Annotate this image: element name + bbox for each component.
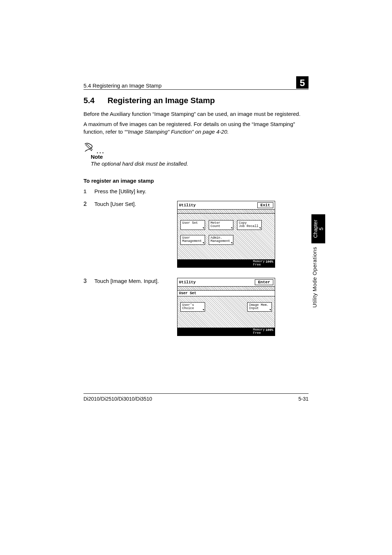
exit-button[interactable]: Exit — [257, 202, 273, 208]
screen1-footer: Memory Free 100% — [177, 259, 275, 267]
step-2: 2 Touch [User Set]. — [83, 201, 171, 207]
step-2-number: 2 — [83, 201, 88, 207]
section-title: Registering an Image Stamp — [107, 96, 215, 105]
intro-paragraph-1: Before the Auxiliary function “Image Sta… — [83, 110, 309, 118]
user-set-button[interactable]: User Set — [180, 220, 205, 230]
step-1-text: Press the [Utility] key. — [94, 188, 309, 194]
utility-screen-1: Utility Exit User Set Meter Count Copy J… — [177, 201, 275, 268]
meter-count-button[interactable]: Meter Count — [209, 220, 233, 230]
memory-free-label: Memory Free — [253, 260, 265, 267]
screen2-breadcrumb: User Set — [177, 291, 275, 296]
section-heading: 5.4 Registering an Image Stamp — [83, 96, 309, 105]
meter-count-label-2: Count — [211, 224, 220, 228]
footer-page-number: 5-31 — [298, 396, 309, 402]
chapter-number-badge: 5 — [296, 76, 309, 89]
note-block: … — [83, 142, 309, 152]
step-3-text: Touch [Image Mem. Input]. — [94, 278, 171, 284]
intro-paragraph-2: A maximum of five images can be register… — [83, 121, 309, 135]
screen1-divider — [177, 210, 275, 214]
admin-management-button[interactable]: Admin. Management — [209, 235, 233, 245]
memory-free-percent-2: 100% — [265, 328, 273, 335]
step-3: 3 Touch [Image Mem. Input]. — [83, 278, 171, 284]
side-section-label: Utility Mode Operations — [311, 243, 318, 316]
step-1: 1 Press the [Utility] key. — [83, 188, 309, 194]
memory-label-2: Free — [253, 263, 261, 267]
step-2-text: Touch [User Set]. — [94, 201, 171, 207]
note-label: Note — [91, 154, 309, 160]
side-tab: Chapter 5 Utility Mode Operations — [311, 214, 321, 323]
memory-free-label-2: Memory Free — [253, 328, 265, 335]
note-icon — [83, 142, 94, 152]
screen2-footer: Memory Free 100% — [177, 328, 275, 336]
note-ellipsis: … — [96, 149, 105, 152]
footer-model: Di2010/Di2510/Di3010/Di3510 — [83, 396, 152, 402]
memory-free-percent: 100% — [265, 260, 273, 267]
step-1-number: 1 — [83, 188, 88, 194]
image-mem-input-label-2: Input — [249, 307, 259, 310]
procedure-heading: To register an image stamp — [83, 178, 309, 184]
running-head: 5.4 Registering an Image Stamp — [83, 82, 162, 89]
user-management-label-2: Management — [182, 239, 202, 243]
note-text: The optional hard disk must be installed… — [91, 161, 309, 167]
section-number: 5.4 — [83, 96, 105, 105]
users-choice-label-2: Choice — [182, 307, 194, 310]
screen2-title: Utility — [179, 280, 196, 284]
copy-job-recall-label-2: Job Recall — [239, 224, 258, 228]
memory2-label-2: Free — [253, 331, 261, 335]
user-set-label: User Set — [182, 221, 198, 225]
screen1-title: Utility — [179, 203, 196, 207]
side-chapter-label: Chapter 5 — [311, 214, 325, 243]
step-3-number: 3 — [83, 278, 88, 284]
image-mem-input-button[interactable]: Image Mem. Input — [247, 302, 272, 312]
page-footer: Di2010/Di2510/Di3010/Di3510 5-31 — [83, 393, 309, 402]
user-management-button[interactable]: User Management — [180, 235, 205, 245]
copy-job-recall-button[interactable]: Copy Job Recall — [237, 220, 262, 230]
screen2-divider — [177, 287, 275, 291]
users-choice-button[interactable]: User's Choice — [180, 302, 205, 312]
admin-management-label-2: Management — [211, 239, 230, 243]
enter-button[interactable]: Enter — [255, 279, 273, 285]
utility-screen-2: Utility Enter User Set User's Choice Ima… — [177, 278, 275, 336]
page-header: 5.4 Registering an Image Stamp 5 — [83, 76, 309, 90]
cross-reference: ““Image Stamping” Function” on page 4-20… — [124, 129, 229, 135]
